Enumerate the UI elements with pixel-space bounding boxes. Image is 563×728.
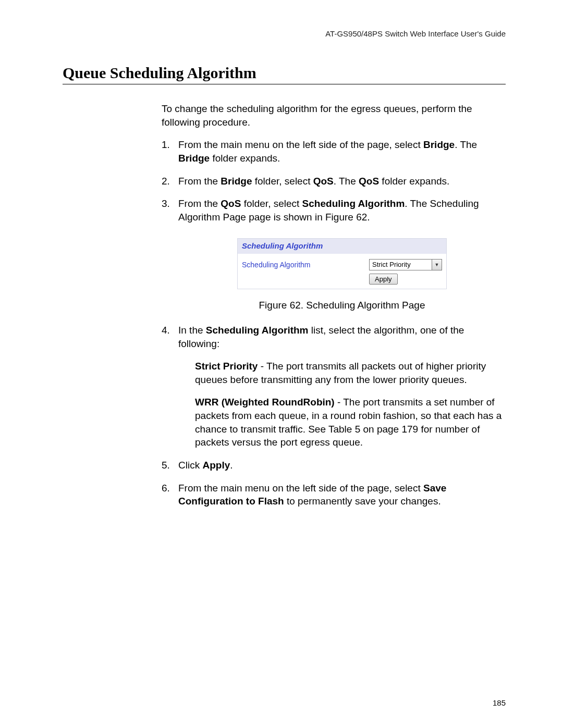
bold: Apply xyxy=(202,460,230,471)
definition-strict-priority: Strict Priority - The port transmits all… xyxy=(195,360,506,386)
bold: Strict Priority xyxy=(195,361,258,372)
body-text: To change the scheduling algorithm for t… xyxy=(162,102,506,508)
text: . The xyxy=(334,176,359,187)
text: Click xyxy=(178,460,202,471)
text: . xyxy=(230,460,232,471)
page-number: 185 xyxy=(493,698,506,707)
page-title: Queue Scheduling Algorithm xyxy=(63,64,506,84)
page: AT-GS950/48PS Switch Web Interface User'… xyxy=(0,0,563,728)
text: folder expands. xyxy=(210,153,280,164)
text: From the xyxy=(178,198,221,209)
bold: Scheduling Algorithm xyxy=(206,325,309,336)
step-3: From the QoS folder, select Scheduling A… xyxy=(162,197,506,312)
panel-field-label: Scheduling Algorithm xyxy=(242,260,311,270)
text: folder expands. xyxy=(379,176,449,187)
text: In the xyxy=(178,325,206,336)
apply-button[interactable]: Apply xyxy=(369,274,398,285)
text: . The xyxy=(455,139,477,150)
text: folder, select xyxy=(252,176,313,187)
scheduling-algorithm-select[interactable]: Strict Priority ▼ xyxy=(369,259,442,270)
step-1: From the main menu on the left side of t… xyxy=(162,138,506,165)
chevron-down-icon: ▼ xyxy=(432,260,442,270)
procedure-list: From the main menu on the left side of t… xyxy=(162,138,506,508)
bold: Bridge xyxy=(178,153,210,164)
running-head: AT-GS950/48PS Switch Web Interface User'… xyxy=(63,29,506,38)
definitions: Strict Priority - The port transmits all… xyxy=(195,360,506,449)
bold: WRR (Weighted RoundRobin) xyxy=(195,397,335,408)
text: From the main menu on the left side of t… xyxy=(178,139,423,150)
bold: QoS xyxy=(313,176,334,187)
text: From the xyxy=(178,176,221,187)
select-value: Strict Priority xyxy=(372,260,411,269)
intro-paragraph: To change the scheduling algorithm for t… xyxy=(162,102,506,129)
definition-wrr: WRR (Weighted RoundRobin) - The port tra… xyxy=(195,396,506,449)
figure-62: Scheduling Algorithm Scheduling Algorith… xyxy=(178,238,506,289)
text: folder, select xyxy=(241,198,302,209)
text: From the main menu on the left side of t… xyxy=(178,483,423,493)
bold: Scheduling Algorithm xyxy=(302,198,405,209)
step-5: Click Apply. xyxy=(162,459,506,472)
step-2: From the Bridge folder, select QoS. The … xyxy=(162,175,506,188)
step-4: In the Scheduling Algorithm list, select… xyxy=(162,324,506,449)
bold: QoS xyxy=(221,198,241,209)
bold: Bridge xyxy=(221,176,252,187)
figure-caption: Figure 62. Scheduling Algorithm Page xyxy=(178,299,506,312)
scheduling-algorithm-panel: Scheduling Algorithm Scheduling Algorith… xyxy=(237,238,447,289)
panel-title: Scheduling Algorithm xyxy=(238,239,446,253)
text: to permanently save your changes. xyxy=(284,496,441,507)
bold: QoS xyxy=(359,176,379,187)
step-6: From the main menu on the left side of t… xyxy=(162,482,506,508)
bold: Bridge xyxy=(423,139,455,150)
panel-body: Scheduling Algorithm Strict Priority ▼ A… xyxy=(238,254,446,289)
